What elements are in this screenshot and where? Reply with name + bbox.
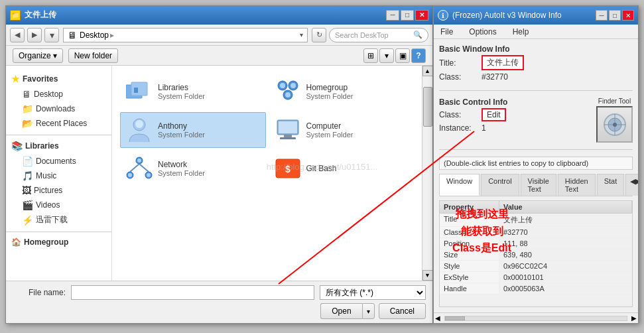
- favorites-section: ★ Favorites 🖥 Desktop 📁 Downloads 📂 Rece…: [6, 71, 111, 131]
- hscroll-thumb[interactable]: [445, 316, 465, 320]
- sidebar-item-thunder[interactable]: ⚡ 迅雷下载: [6, 212, 111, 228]
- scrollbar[interactable]: ▲ ▼: [422, 66, 432, 281]
- autoit-maximize[interactable]: □: [609, 10, 621, 21]
- filetype-select[interactable]: 所有文件 (*.*): [320, 285, 426, 300]
- open-button[interactable]: Open: [320, 303, 361, 319]
- refresh-button[interactable]: ↻: [312, 28, 326, 42]
- scroll-down-button[interactable]: ▼: [422, 270, 433, 281]
- basic-window-section: Basic Window Info Title: 文件上传 Class: #32…: [439, 44, 633, 84]
- tab-hidden-text[interactable]: Hidden Text: [558, 174, 596, 196]
- minimize-button[interactable]: ─: [386, 10, 399, 21]
- file-item-gitbash[interactable]: $ Git Bash: [269, 151, 415, 186]
- file-item-libraries[interactable]: Libraries System Folder: [120, 74, 266, 109]
- new-folder-label: New folder: [74, 51, 112, 60]
- svg-point-29: [613, 123, 617, 127]
- autoit-minimize[interactable]: ─: [596, 10, 608, 21]
- downloads-label: Downloads: [36, 104, 75, 113]
- svg-rect-13: [284, 135, 292, 137]
- menu-options[interactable]: Options: [465, 26, 500, 38]
- homegroup-file-info: Homegroup System Folder: [306, 83, 354, 100]
- menu-file[interactable]: File: [436, 26, 457, 38]
- libraries-label: Libraries: [25, 141, 59, 151]
- sidebar-item-pictures[interactable]: 🖼 Pictures: [6, 183, 111, 198]
- back-button[interactable]: ◀: [10, 28, 25, 42]
- view-controls: ⊞ ▾ ▣ ?: [363, 48, 426, 63]
- libraries-file-info: Libraries System Folder: [158, 83, 205, 100]
- autoit-controls: ─ □ ✕: [596, 10, 634, 21]
- tab-stat[interactable]: Stat: [597, 174, 625, 196]
- sidebar-item-videos[interactable]: 🎬 Videos: [6, 198, 111, 212]
- close-button[interactable]: ✕: [415, 10, 428, 21]
- menu-help[interactable]: Help: [509, 26, 533, 38]
- new-folder-button[interactable]: New folder: [68, 48, 118, 63]
- finder-tool[interactable]: [596, 106, 633, 143]
- table-row[interactable]: Position 111, 88: [440, 238, 632, 249]
- organize-button[interactable]: Organize ▾: [13, 48, 63, 63]
- file-item-homegroup[interactable]: Homegroup System Folder: [269, 74, 415, 109]
- gitbash-name: Git Bash: [306, 164, 337, 173]
- class-row: Class: #32770: [439, 72, 633, 82]
- sidebar-item-documents[interactable]: 📄 Documents: [6, 154, 111, 168]
- action-toolbar: Organize ▾ New folder ⊞ ▾ ▣ ?: [6, 46, 432, 66]
- file-item-anthony[interactable]: Anthony System Folder: [120, 112, 266, 148]
- scroll-up-button[interactable]: ▲: [422, 66, 433, 76]
- sidebar-divider-1: [6, 135, 111, 135]
- file-item-network[interactable]: Network System Folder: [120, 151, 266, 186]
- sidebar-item-recent[interactable]: 📂 Recent Places: [6, 116, 111, 131]
- table-row[interactable]: Class #32770: [440, 227, 632, 238]
- forward-button[interactable]: ▶: [27, 28, 42, 42]
- preview-button[interactable]: ▣: [395, 48, 410, 63]
- class-value: #32770: [482, 72, 508, 82]
- recent-icon: 📂: [22, 118, 33, 129]
- sidebar-item-music[interactable]: 🎵 Music: [6, 168, 111, 183]
- homegroup-icon: 🏠: [11, 237, 21, 247]
- hscroll-right[interactable]: ▶: [630, 314, 638, 322]
- location-dropdown[interactable]: ▾: [300, 31, 303, 38]
- recent-locations-button[interactable]: ▾: [44, 28, 59, 42]
- autoit-close[interactable]: ✕: [622, 10, 634, 21]
- sidebar-item-downloads[interactable]: 📁 Downloads: [6, 101, 111, 116]
- view-grid-button[interactable]: ⊞: [363, 48, 378, 63]
- table-row[interactable]: Style 0x96CC02C4: [440, 261, 632, 272]
- thunder-label: 迅雷下载: [36, 214, 68, 226]
- autoit-titlebar: ℹ (Frozen) AutoIt v3 Window Info ─ □ ✕: [434, 6, 638, 25]
- tab-more[interactable]: ◀▶: [625, 174, 638, 196]
- open-dropdown-button[interactable]: ▾: [362, 303, 375, 319]
- documents-icon: 📄: [22, 156, 33, 166]
- control-info-section: Basic Control Info Class: Edit Instance:…: [439, 98, 633, 143]
- help-button[interactable]: ?: [411, 48, 426, 63]
- open-button-group: Open ▾: [320, 303, 374, 319]
- tab-window[interactable]: Window: [439, 174, 480, 196]
- prop-table-body: Title 文件上传 Class #32770 Position 111, 88…: [440, 214, 632, 306]
- table-row[interactable]: Handle 0x0005063A: [440, 283, 632, 295]
- svg-point-10: [135, 120, 143, 128]
- prop-cell-key: Handle: [440, 283, 499, 294]
- tab-visible-text[interactable]: Visible Text: [521, 174, 556, 196]
- location-bar[interactable]: 🖥 Desktop ▸ ▾: [63, 28, 308, 42]
- filename-input[interactable]: [71, 285, 314, 300]
- computer-name: Computer: [306, 121, 354, 131]
- control-class-row: Class: Edit: [439, 108, 591, 121]
- cancel-button[interactable]: Cancel: [379, 303, 426, 319]
- network-name: Network: [158, 160, 205, 169]
- prop-cell-key: Size: [440, 249, 499, 260]
- maximize-button[interactable]: □: [401, 10, 414, 21]
- table-row[interactable]: Title 文件上传: [440, 214, 632, 227]
- dialog-titlebar: 📁 文件上传 ─ □ ✕: [6, 6, 432, 25]
- search-box[interactable]: Search DeskTop 🔍: [329, 28, 428, 42]
- homegroup-name: Homegroup: [306, 83, 354, 92]
- dialog-main: ★ Favorites 🖥 Desktop 📁 Downloads 📂 Rece…: [6, 66, 432, 281]
- tab-control[interactable]: Control: [481, 174, 519, 196]
- prop-table-header: Property Value: [440, 201, 632, 214]
- sidebar-item-desktop[interactable]: 🖥 Desktop: [6, 87, 111, 101]
- scroll-thumb[interactable]: [423, 87, 432, 127]
- prop-cell-value: 0x0005063A: [499, 283, 632, 294]
- table-row[interactable]: ExStyle 0x00010101: [440, 272, 632, 283]
- dialog-buttons: Open ▾ Cancel: [13, 303, 426, 319]
- svg-text:$: $: [285, 164, 290, 174]
- table-row[interactable]: Size 639, 480: [440, 249, 632, 261]
- view-dropdown-button[interactable]: ▾: [379, 48, 394, 63]
- hscroll-left[interactable]: ◀: [434, 314, 442, 322]
- dialog-bottom: File name: 所有文件 (*.*) Open ▾ Cancel: [6, 281, 432, 323]
- file-item-computer[interactable]: Computer System Folder: [269, 112, 415, 148]
